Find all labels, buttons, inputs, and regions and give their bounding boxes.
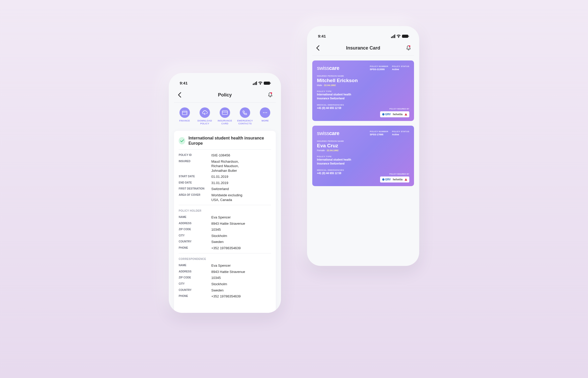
back-button[interactable] bbox=[176, 91, 183, 99]
holder-phone-value: +352 19786354639 bbox=[211, 246, 271, 251]
phone-icon bbox=[243, 110, 247, 115]
field-label: PHONE bbox=[179, 246, 211, 251]
action-insurance-card[interactable]: INSURANCE CARD bbox=[215, 107, 234, 125]
field-label: CITY bbox=[179, 234, 211, 238]
dob-value: 22.04.1992 bbox=[327, 149, 339, 152]
phone-policy: 9:41 Policy FINANCE DOWNLOAD POLICY INSU… bbox=[169, 73, 281, 313]
status-bar: 9:41 bbox=[312, 34, 414, 41]
correspondence-section: CORRESPONDENCE NAMEEva Spencer ADDRESS89… bbox=[179, 253, 271, 301]
phone-insurance-card: 9:41 Insurance Card swisscare POLICY NUM… bbox=[307, 26, 419, 266]
start-date-value: 01.01.2019 bbox=[211, 174, 271, 179]
field-label: NAME bbox=[179, 263, 211, 268]
area-line: Worldwide excluding bbox=[211, 193, 271, 198]
field-label: COUNTRY bbox=[179, 240, 211, 244]
field-label: AREA OF COVER bbox=[179, 193, 211, 202]
section-title: CORRESPONDENCE bbox=[179, 256, 271, 263]
signal-icon bbox=[391, 34, 395, 38]
status-time: 9:41 bbox=[318, 34, 326, 38]
policy-id-value: ISIE-108456 bbox=[211, 153, 271, 158]
action-label: MORE bbox=[262, 119, 269, 122]
field-label: ZIP CODE bbox=[179, 276, 211, 280]
action-emergency-contacts[interactable]: EMERGENCY CONTACTS bbox=[236, 107, 255, 125]
status-right bbox=[391, 34, 409, 38]
gender-value: Male bbox=[317, 84, 322, 87]
emergency-label: MEDICAL EMERGENCIES bbox=[317, 169, 409, 171]
insured-by-label: POLICY INSURED BY bbox=[380, 173, 409, 175]
field-label: NAME bbox=[179, 215, 211, 220]
field-label: CITY bbox=[179, 282, 211, 286]
gender-value: Female bbox=[317, 149, 325, 152]
holder-zip-value: 10345 bbox=[211, 227, 271, 232]
policy-holder-section: POLICY HOLDER NAMEEva Spencer ADDRESS894… bbox=[179, 205, 271, 253]
insurance-card[interactable]: swisscare POLICY NUMBERSPSS-213355 POLIC… bbox=[312, 60, 414, 121]
dob-value: 22.04.1992 bbox=[324, 84, 336, 87]
holder-country-value: Sweden bbox=[211, 240, 271, 244]
notifications-button[interactable] bbox=[266, 91, 274, 99]
policy-number-label: POLICY NUMBER bbox=[370, 130, 388, 133]
svg-rect-0 bbox=[182, 111, 187, 115]
area-value: Worldwide excludingUSA, Canada bbox=[211, 193, 271, 202]
policy-status-label: POLICY STATUS bbox=[392, 130, 409, 133]
policy-type-line: International student health bbox=[317, 93, 409, 96]
nav-header: Policy bbox=[174, 88, 276, 103]
triangle-icon bbox=[405, 113, 407, 115]
more-icon bbox=[263, 112, 267, 113]
policy-status-value: Active bbox=[392, 68, 409, 71]
battery-icon bbox=[264, 82, 270, 85]
policy-type-line: insurance Switzerland bbox=[317, 162, 409, 166]
insurance-card[interactable]: swisscare POLICY NUMBERSPSS-17895 POLICY… bbox=[312, 126, 414, 186]
page-title: Insurance Card bbox=[346, 45, 380, 51]
svg-point-2 bbox=[263, 112, 264, 113]
swisscare-logo: swisscare bbox=[317, 130, 339, 136]
notifications-button[interactable] bbox=[405, 44, 412, 52]
svg-point-3 bbox=[265, 112, 266, 113]
insured-value: Maud Richardson,Richard Maudson,Johnatha… bbox=[211, 159, 271, 173]
erv-label: ERV bbox=[385, 178, 391, 181]
signal-icon bbox=[253, 81, 257, 85]
page-title: Policy bbox=[218, 92, 232, 98]
insured-name-value: Eva Cruz bbox=[317, 143, 409, 149]
corr-phone-value: +352 19786354639 bbox=[211, 294, 271, 299]
corr-address-value: 8943 Hattie Stravenue bbox=[211, 270, 271, 274]
wifi-icon bbox=[258, 82, 262, 85]
policy-number-label: POLICY NUMBER bbox=[370, 65, 388, 68]
swisscare-logo: swisscare bbox=[317, 65, 339, 71]
insured-line: Richard Maudson, bbox=[211, 164, 271, 168]
policy-status-value: Active bbox=[392, 133, 409, 136]
policy-details-section: POLICY IDISIE-108456 INSUREDMaud Richard… bbox=[179, 149, 271, 205]
field-label: PHONE bbox=[179, 294, 211, 299]
helvetia-logo: helvetia bbox=[393, 113, 403, 116]
action-finance[interactable]: FINANCE bbox=[175, 107, 194, 125]
action-download-policy[interactable]: DOWNLOAD POLICY bbox=[195, 107, 214, 125]
holder-name-value: Eva Spencer bbox=[211, 215, 271, 220]
erv-label: ERV bbox=[385, 113, 391, 116]
corr-name-value: Eva Spencer bbox=[211, 263, 271, 268]
bell-icon bbox=[406, 45, 411, 51]
policy-title: International student health insurance E… bbox=[188, 136, 271, 147]
section-title: POLICY HOLDER bbox=[179, 208, 271, 214]
status-bar: 9:41 bbox=[174, 81, 276, 88]
field-label: END DATE bbox=[179, 181, 211, 185]
end-date-value: 31.01.2019 bbox=[211, 181, 271, 185]
field-label: COUNTRY bbox=[179, 288, 211, 293]
field-label: ADDRESS bbox=[179, 270, 211, 274]
holder-address-value: 8943 Hattie Stravenue bbox=[211, 221, 271, 226]
policy-number-value: SPSS-213355 bbox=[370, 68, 388, 71]
nav-header: Insurance Card bbox=[312, 41, 414, 56]
policy-type-line: insurance Switzerland bbox=[317, 97, 409, 100]
cloud-download-icon bbox=[202, 110, 208, 115]
insured-line: Johnathan Butler bbox=[211, 168, 271, 173]
back-button[interactable] bbox=[314, 44, 322, 52]
corr-zip-value: 10345 bbox=[211, 276, 271, 280]
insurer-logos: ERV helvetia bbox=[380, 176, 409, 182]
notification-dot-icon bbox=[271, 92, 272, 94]
battery-icon bbox=[402, 35, 408, 38]
action-more[interactable]: MORE bbox=[256, 107, 275, 125]
bell-icon bbox=[268, 92, 273, 98]
status-time: 9:41 bbox=[180, 81, 188, 85]
insurance-cards-list[interactable]: swisscare POLICY NUMBERSPSS-213355 POLIC… bbox=[312, 56, 414, 186]
card-icon bbox=[222, 111, 228, 115]
action-label: INSURANCE CARD bbox=[215, 119, 234, 125]
policy-status-label: POLICY STATUS bbox=[392, 65, 409, 68]
field-label: POLICY ID bbox=[179, 153, 211, 158]
